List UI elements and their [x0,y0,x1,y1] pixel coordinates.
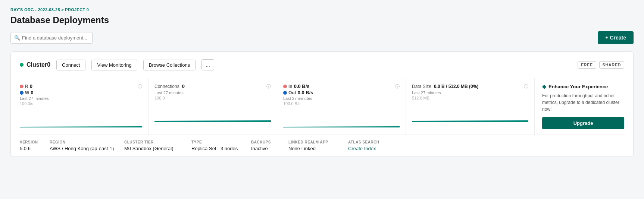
network-chart [283,109,400,127]
connect-button[interactable]: Connect [56,60,85,70]
breadcrumb[interactable]: RAY'S ORG - 2022-03-25 > PROJECT 0 [10,7,634,12]
datasize-value: 0.0 B / 512.0 MB (0%) [434,84,478,89]
datasize-sub: Last 27 minutes [412,91,528,95]
writes-dot [20,91,24,95]
breadcrumb-link[interactable]: RAY'S ORG - 2022-03-25 > PROJECT 0 [10,7,89,12]
datasize-title-val: Data Size 0.0 B / 512.0 MB (0%) [412,83,478,89]
create-button-label: + Create [605,35,626,41]
reads-row: R 0 [20,83,34,89]
rw-info-icon[interactable]: ⓘ [138,83,142,90]
connections-header: Connections 0 ⓘ [154,83,271,90]
footer-realm-app: LINKED REALM APP None Linked [288,140,348,151]
search-input[interactable] [10,32,93,44]
writes-row: W 0 [20,90,34,95]
cluster-header: Cluster0 Connect View Monitoring Browse … [20,59,624,70]
connections-title: Connections [154,84,181,89]
datasize-small: 512.0 MB [412,96,528,100]
search-wrap: 🔍 [10,32,93,44]
tag-shared: SHARED [599,61,624,69]
create-index-link[interactable]: Create Index [348,146,376,151]
network-out-value: 0.0 B/s [298,90,313,95]
rw-sub: Last 27 minutes [20,96,142,101]
metric-panel-connections: Connections 0 ⓘ Last 27 minutes 100.0 [149,78,277,135]
reads-dot [20,85,24,88]
upgrade-button[interactable]: Upgrade [542,117,624,129]
writes-value: 0 [31,90,33,95]
connections-title-val: Connections 0 [154,83,185,89]
datasize-info-icon[interactable]: ⓘ [524,83,528,90]
network-header: In 0.0 B/s Out 0.0 B/s ⓘ [283,83,400,95]
tag-free: FREE [578,61,596,69]
cluster-name: Cluster0 [20,61,50,68]
network-values: In 0.0 B/s Out 0.0 B/s [283,83,313,95]
connections-value: 0 [182,83,185,89]
footer-region: REGION AWS / Hong Kong (ap-east-1) [50,140,124,151]
metric-rw-values: R 0 W 0 [20,83,34,95]
datasize-header: Data Size 0.0 B / 512.0 MB (0%) ⓘ [412,83,528,90]
writes-label: W [25,90,29,95]
create-button[interactable]: + Create [598,31,634,44]
page-title: Database Deployments [10,15,634,25]
search-create-row: 🔍 + Create [10,31,634,44]
network-info-icon[interactable]: ⓘ [395,83,400,90]
footer-version: VERSION 5.0.6 [20,140,50,151]
enhance-panel: ◆ Enhance Your Experience For production… [535,78,624,135]
cluster-header-left: Cluster0 Connect View Monitoring Browse … [20,59,214,70]
network-in-dot [283,85,287,88]
footer-type: TYPE Replica Set - 3 nodes [191,140,251,151]
metric-rw-header: R 0 W 0 ⓘ [20,83,142,95]
connections-chart [154,103,271,122]
cluster-tags: FREE SHARED [578,61,624,69]
network-in-value: 0.0 B/s [294,83,310,89]
footer-cluster-tier: CLUSTER TIER M0 Sandbox (General) [124,140,191,151]
view-monitoring-button[interactable]: View Monitoring [91,60,137,70]
network-out-label: Out [288,90,296,95]
enhance-title: ◆ Enhance Your Experience [542,83,624,89]
connections-sub: Last 27 minutes [154,91,271,95]
cluster-card: Cluster0 Connect View Monitoring Browse … [10,51,634,157]
reads-value: 0 [30,83,32,89]
network-sub: Last 27 minutes [283,96,400,101]
connections-small: 100.0 [154,96,271,100]
network-in-row: In 0.0 B/s [283,83,313,89]
datasize-title: Data Size [412,84,432,89]
browse-collections-button[interactable]: Browse Collections [143,60,196,70]
metric-panel-network: In 0.0 B/s Out 0.0 B/s ⓘ Last 27 minutes… [277,78,406,135]
network-out-dot [283,91,287,95]
cluster-status-dot [20,63,24,67]
network-in-label: In [288,84,293,89]
footer-backups: BACKUPS Inactive [251,140,288,151]
rw-chart [20,109,142,127]
footer-atlas-search: ATLAS SEARCH Create Index [348,140,415,151]
search-icon: 🔍 [14,35,20,41]
enhance-description: For production throughput and richer met… [542,92,624,113]
metrics-row: R 0 W 0 ⓘ Last 27 minutes 100.0/s [20,78,624,135]
network-out-row: Out 0.0 B/s [283,90,313,95]
cluster-footer: VERSION 5.0.6 REGION AWS / Hong Kong (ap… [20,135,624,157]
more-button[interactable]: ... [201,59,214,70]
reads-label: R [25,84,28,89]
metric-panel-rw: R 0 W 0 ⓘ Last 27 minutes 100.0/s [20,78,149,135]
connections-info-icon[interactable]: ⓘ [266,83,271,90]
network-small: 100.0 B/s [283,101,400,106]
metric-panel-datasize: Data Size 0.0 B / 512.0 MB (0%) ⓘ Last 2… [406,78,535,135]
rw-small: 100.0/s [20,101,142,106]
diamond-icon: ◆ [542,83,546,89]
datasize-chart [412,103,528,122]
